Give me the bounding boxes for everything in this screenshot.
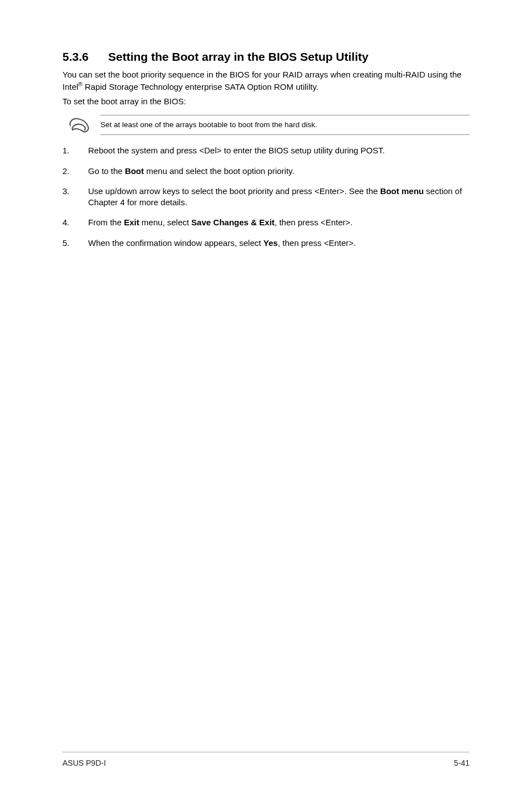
step-text-bold: Yes bbox=[263, 238, 278, 248]
step-text-bold: Exit bbox=[124, 218, 139, 227]
step-text-bold: Save Changes & Exit bbox=[191, 218, 274, 227]
section-number: 5.3.6 bbox=[62, 49, 108, 65]
step-number: 2. bbox=[62, 166, 88, 177]
intro-part-b: Rapid Storage Technology enterprise SATA… bbox=[83, 82, 318, 91]
step-item: 2.Go to the Boot menu and select the boo… bbox=[62, 166, 470, 177]
note-text-wrap: Set at least one of the arrays bootable … bbox=[100, 115, 470, 135]
step-item: 5.When the confirmation window appears, … bbox=[62, 238, 470, 249]
step-text: Go to the Boot menu and select the boot … bbox=[88, 166, 470, 177]
step-text-part: Go to the bbox=[88, 166, 125, 176]
step-text-part: From the bbox=[88, 218, 124, 227]
footer-right: 5-41 bbox=[454, 758, 470, 769]
step-number: 4. bbox=[62, 217, 88, 228]
step-text: Reboot the system and press <Del> to ent… bbox=[88, 145, 470, 156]
step-number: 1. bbox=[62, 145, 88, 156]
intro-paragraph: You can set the boot priority sequence i… bbox=[62, 69, 470, 93]
step-item: 3.Use up/down arrow keys to select the b… bbox=[62, 186, 470, 209]
note-text: Set at least one of the arrays bootable … bbox=[100, 120, 317, 129]
step-text: From the Exit menu, select Save Changes … bbox=[88, 217, 470, 228]
step-text-part: Reboot the system and press <Del> to ent… bbox=[88, 146, 385, 155]
step-text-part: menu, select bbox=[139, 218, 191, 227]
footer-left: ASUS P9D-I bbox=[62, 758, 106, 769]
note-block: Set at least one of the arrays bootable … bbox=[67, 115, 470, 135]
steps-list: 1.Reboot the system and press <Del> to e… bbox=[62, 145, 470, 249]
step-text-part: , then press <Enter>. bbox=[274, 218, 352, 227]
step-text-bold: Boot bbox=[125, 166, 144, 176]
section-title: Setting the Boot array in the BIOS Setup… bbox=[108, 50, 369, 63]
paperclip-icon bbox=[67, 115, 90, 134]
step-text: When the confirmation window appears, se… bbox=[88, 238, 470, 249]
step-number: 5. bbox=[62, 238, 88, 249]
registered-symbol: ® bbox=[78, 81, 82, 88]
step-item: 1.Reboot the system and press <Del> to e… bbox=[62, 145, 470, 156]
step-text-bold: Boot menu bbox=[380, 186, 424, 196]
page-footer: ASUS P9D-I 5-41 bbox=[62, 752, 470, 769]
step-text-part: When the confirmation window appears, se… bbox=[88, 238, 263, 248]
step-number: 3. bbox=[62, 186, 88, 209]
section-heading: 5.3.6Setting the Boot array in the BIOS … bbox=[62, 49, 470, 65]
step-text-part: menu and select the boot option priority… bbox=[144, 166, 294, 176]
step-text-part: Use up/down arrow keys to select the boo… bbox=[88, 186, 380, 196]
intro-lead-in: To set the boot array in the BIOS: bbox=[62, 96, 470, 107]
step-text-part: , then press <Enter>. bbox=[278, 238, 356, 248]
step-item: 4.From the Exit menu, select Save Change… bbox=[62, 217, 470, 228]
step-text: Use up/down arrow keys to select the boo… bbox=[88, 186, 470, 209]
